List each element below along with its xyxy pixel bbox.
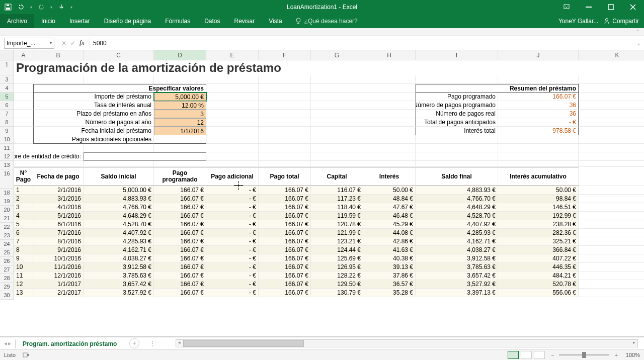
table-cell[interactable]: 39.13 €: [363, 263, 416, 272]
table-cell[interactable]: 166.07 €: [154, 280, 206, 289]
col-header-H[interactable]: H: [363, 50, 416, 60]
sheet-tab-active[interactable]: Program. amortización préstamo: [15, 339, 124, 348]
table-cell[interactable]: 3,397.13 €: [416, 289, 498, 297]
table-cell[interactable]: 166.07 €: [259, 229, 311, 237]
table-cell[interactable]: 366.84 €: [498, 246, 579, 254]
table-cell[interactable]: - €: [206, 203, 259, 212]
scroll-left-icon[interactable]: ◂: [178, 340, 181, 345]
table-cell[interactable]: 1: [14, 186, 33, 195]
table-cell[interactable]: 166.07 €: [154, 220, 206, 229]
redo-dropdown-icon[interactable]: ▾: [50, 5, 52, 10]
table-cell[interactable]: 4,407.92 €: [416, 220, 498, 229]
table-cell[interactable]: 166.07 €: [154, 203, 206, 212]
table-cell[interactable]: 2/1/2017: [33, 289, 84, 297]
table-cell[interactable]: - €: [206, 229, 259, 237]
row-header-6[interactable]: 6: [0, 101, 14, 110]
table-cell[interactable]: 7/1/2016: [33, 229, 84, 237]
table-cell[interactable]: 119.59 €: [311, 212, 363, 220]
table-cell[interactable]: 4: [14, 212, 33, 220]
ribbon-options-icon[interactable]: [555, 0, 578, 14]
table-cell[interactable]: 4,766.70 €: [84, 203, 154, 212]
table-cell[interactable]: - €: [206, 254, 259, 263]
row-header-1[interactable]: 1: [0, 60, 14, 75]
tab-vista[interactable]: Vista: [262, 14, 289, 28]
table-cell[interactable]: 166.07 €: [154, 254, 206, 263]
table-cell[interactable]: 118.40 €: [311, 203, 363, 212]
lender-value[interactable]: [84, 152, 206, 161]
table-cell[interactable]: 48.84 €: [363, 195, 416, 203]
touch-mode-icon[interactable]: [57, 3, 65, 11]
table-cell[interactable]: 4,528.70 €: [84, 220, 154, 229]
table-cell[interactable]: 4,162.71 €: [416, 237, 498, 246]
table-cell[interactable]: 36.57 €: [363, 280, 416, 289]
table-cell[interactable]: 4,038.27 €: [416, 246, 498, 254]
table-cell[interactable]: 282.36 €: [498, 229, 579, 237]
table-cell[interactable]: 166.07 €: [154, 272, 206, 280]
table-cell[interactable]: 130.79 €: [311, 289, 363, 297]
table-cell[interactable]: 6/1/2016: [33, 220, 84, 229]
table-cell[interactable]: 3,785.63 €: [416, 263, 498, 272]
table-cell[interactable]: 4,648.29 €: [84, 212, 154, 220]
row-header-29[interactable]: 29: [0, 283, 14, 291]
table-cell[interactable]: 166.07 €: [259, 263, 311, 272]
table-cell[interactable]: 166.07 €: [154, 229, 206, 237]
table-cell[interactable]: 123.21 €: [311, 237, 363, 246]
tab-insertar[interactable]: Insertar: [62, 14, 97, 28]
enter-icon[interactable]: ✓: [70, 40, 75, 47]
table-cell[interactable]: 166.07 €: [259, 272, 311, 280]
table-cell[interactable]: 166.07 €: [154, 195, 206, 203]
table-cell[interactable]: 10: [14, 263, 33, 272]
input-value-amount[interactable]: 5,000.00 €: [154, 93, 206, 101]
table-cell[interactable]: 4,285.93 €: [416, 229, 498, 237]
row-header-16[interactable]: 16: [0, 169, 14, 189]
table-cell[interactable]: 128.22 €: [311, 272, 363, 280]
table-cell[interactable]: 45.29 €: [363, 220, 416, 229]
scroll-right-icon[interactable]: ▸: [633, 340, 635, 345]
table-cell[interactable]: 166.07 €: [259, 237, 311, 246]
table-cell[interactable]: 166.07 €: [259, 289, 311, 297]
row-header-5[interactable]: 5: [0, 93, 14, 101]
zoom-in-button[interactable]: +: [614, 352, 617, 358]
table-cell[interactable]: - €: [206, 272, 259, 280]
col-header-C[interactable]: C: [84, 50, 154, 60]
spreadsheet-grid[interactable]: ABCDEFGHIJKL 134567891011121316181920212…: [0, 50, 644, 337]
table-cell[interactable]: 446.35 €: [498, 263, 579, 272]
cancel-icon[interactable]: ✕: [61, 40, 66, 47]
col-header-D[interactable]: D: [154, 50, 206, 60]
name-box-dropdown-icon[interactable]: ▾: [50, 41, 52, 45]
table-cell[interactable]: 35.28 €: [363, 289, 416, 297]
table-cell[interactable]: 3/1/2016: [33, 195, 84, 203]
table-cell[interactable]: 4,648.29 €: [416, 203, 498, 212]
col-header-G[interactable]: G: [311, 50, 363, 60]
table-cell[interactable]: 166.07 €: [154, 212, 206, 220]
table-cell[interactable]: 166.07 €: [259, 246, 311, 254]
table-cell[interactable]: 520.78 €: [498, 280, 579, 289]
col-header-B[interactable]: B: [33, 50, 84, 60]
table-cell[interactable]: 166.07 €: [259, 220, 311, 229]
table-cell[interactable]: - €: [206, 186, 259, 195]
table-cell[interactable]: 3,912.58 €: [84, 263, 154, 272]
table-cell[interactable]: 4,038.27 €: [84, 254, 154, 263]
tab-datos[interactable]: Datos: [197, 14, 227, 28]
table-cell[interactable]: 407.22 €: [498, 254, 579, 263]
table-cell[interactable]: 4,162.71 €: [84, 246, 154, 254]
table-cell[interactable]: - €: [206, 195, 259, 203]
page-layout-view-button[interactable]: [521, 351, 532, 359]
table-cell[interactable]: 2: [14, 195, 33, 203]
sheet-nav[interactable]: ◂ ▸: [0, 340, 15, 347]
table-cell[interactable]: 146.51 €: [498, 203, 579, 212]
table-cell[interactable]: 9: [14, 254, 33, 263]
table-cell[interactable]: 46.48 €: [363, 212, 416, 220]
table-cell[interactable]: - €: [206, 220, 259, 229]
table-cell[interactable]: 121.99 €: [311, 229, 363, 237]
formula-bar[interactable]: [90, 38, 634, 49]
table-cell[interactable]: 9/1/2016: [33, 246, 84, 254]
table-cell[interactable]: 4,883.93 €: [416, 186, 498, 195]
col-header-K[interactable]: K: [579, 50, 644, 60]
table-cell[interactable]: 6: [14, 229, 33, 237]
table-cell[interactable]: 116.07 €: [311, 186, 363, 195]
undo-dropdown-icon[interactable]: ▾: [30, 5, 32, 10]
table-cell[interactable]: 42.86 €: [363, 237, 416, 246]
col-header-E[interactable]: E: [206, 50, 259, 60]
row-header-20[interactable]: 20: [0, 206, 14, 214]
